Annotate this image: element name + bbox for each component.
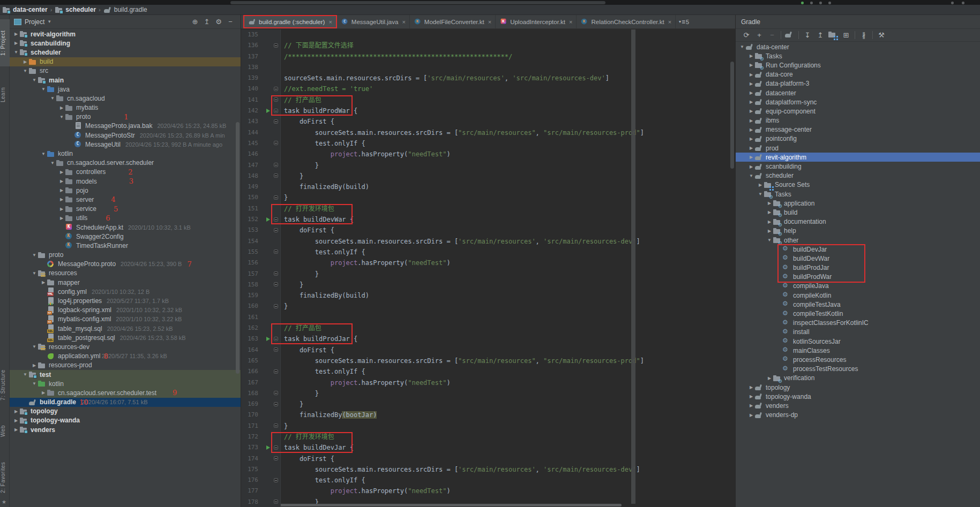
tree-toggle-arrow-icon[interactable]: ▶ <box>58 197 65 202</box>
code-editor[interactable]: 135136// 下面是配置文件选择137/******************… <box>241 29 735 507</box>
project-tree-row[interactable]: ▼main <box>10 75 241 85</box>
tree-toggle-arrow-icon[interactable]: ▼ <box>739 44 745 49</box>
fold-marker-icon[interactable] <box>274 195 278 200</box>
tree-toggle-arrow-icon[interactable]: ▼ <box>31 78 38 82</box>
fold-marker-icon[interactable] <box>274 478 278 482</box>
tree-toggle-arrow-icon[interactable]: ▼ <box>31 271 38 276</box>
tree-toggle-arrow-icon[interactable]: ▶ <box>58 105 65 110</box>
gradle-task-row[interactable]: ▶topology-wanda <box>736 392 980 401</box>
fold-marker-icon[interactable] <box>274 500 278 504</box>
project-tree-row[interactable]: ▶mapper <box>10 278 241 287</box>
tree-toggle-arrow-icon[interactable]: ▶ <box>748 164 754 169</box>
gradle-task-row[interactable]: ▼data-center <box>736 42 980 51</box>
project-tree-row[interactable]: MessageProto.java.bak2020/4/26 15:23, 24… <box>10 122 241 131</box>
project-tree-row[interactable]: ▼kotlin <box>10 379 241 388</box>
run-icon[interactable] <box>801 2 804 4</box>
gradle-task-row[interactable]: compileTestKotlin <box>736 309 980 318</box>
task-matrix-icon[interactable]: ⊞ <box>840 31 852 39</box>
project-tree-row[interactable]: MessageProtoStr2020/4/26 15:23, 26.89 kB… <box>10 131 241 140</box>
project-tree[interactable]: ▶revit-algorithm▶scanbuilding▼scheduler▶… <box>10 29 241 507</box>
gradle-task-row[interactable]: ▼⚙Tasks <box>736 190 980 199</box>
fold-marker-icon[interactable] <box>274 43 278 48</box>
fold-marker-icon[interactable] <box>274 347 278 352</box>
tree-toggle-arrow-icon[interactable]: ▶ <box>40 280 47 285</box>
project-tree-row[interactable]: ▶mybatis <box>10 103 241 112</box>
tree-toggle-arrow-icon[interactable]: ▶ <box>58 207 65 211</box>
tree-toggle-arrow-icon[interactable]: ▶ <box>748 90 754 95</box>
tree-toggle-arrow-icon[interactable]: ▶ <box>58 170 65 175</box>
tree-toggle-arrow-icon[interactable]: ▶ <box>13 41 19 46</box>
gradle-task-row[interactable]: buildDevJar <box>736 245 980 254</box>
run-task-gutter-icon[interactable] <box>266 445 270 450</box>
fold-marker-icon[interactable] <box>274 337 278 341</box>
tree-toggle-arrow-icon[interactable]: ▼ <box>49 161 56 165</box>
project-tree-row[interactable]: ▼kotlin <box>10 149 241 158</box>
project-tree-row[interactable]: ▼resources <box>10 269 241 278</box>
tree-toggle-arrow-icon[interactable]: ▼ <box>58 115 65 119</box>
project-tree-row[interactable]: ▶controllers2 <box>10 168 241 177</box>
fold-marker-icon[interactable] <box>274 282 278 286</box>
tree-toggle-arrow-icon[interactable]: ▼ <box>766 238 773 243</box>
project-tree-row[interactable]: ▶revit-algorithm <box>10 29 241 39</box>
project-tree-row[interactable]: SQLtable_mysql.sql2020/4/26 15:23, 2.52 … <box>10 324 241 333</box>
fold-marker-icon[interactable] <box>274 163 278 167</box>
gradle-task-row[interactable]: ▶revit-algorithm <box>736 153 980 162</box>
fold-marker-icon[interactable] <box>274 119 278 124</box>
gradle-task-row[interactable]: compileJava <box>736 282 980 291</box>
editor-tab[interactable]: build.gradle (:scheduler)× <box>243 15 337 28</box>
gradle-task-row[interactable]: ▶venders <box>736 401 980 410</box>
editor-tab[interactable]: MessageUtil.java× <box>337 15 410 28</box>
toggle-offline-icon[interactable]: ∦ <box>857 31 870 39</box>
tree-toggle-arrow-icon[interactable]: ▶ <box>748 81 754 86</box>
project-tree-row[interactable]: <>mybatis-config.xml2020/1/10 10:32, 3.2… <box>10 315 241 324</box>
tree-toggle-arrow-icon[interactable]: ▼ <box>31 253 38 258</box>
gradle-task-row[interactable]: ▶pointconfig <box>736 134 980 143</box>
tree-toggle-arrow-icon[interactable]: ▶ <box>13 418 19 423</box>
toolbar-icon[interactable] <box>962 2 964 4</box>
gradle-task-row[interactable]: ▶data-core <box>736 70 980 79</box>
fold-marker-icon[interactable] <box>274 304 278 308</box>
tree-toggle-arrow-icon[interactable]: ▶ <box>748 394 754 399</box>
tree-toggle-arrow-icon[interactable]: ▼ <box>748 173 754 178</box>
hidden-tabs-dropdown[interactable]: ▾≡5 <box>679 15 689 28</box>
tree-toggle-arrow-icon[interactable]: ▶ <box>748 385 754 390</box>
locate-icon[interactable]: ⊕ <box>189 18 201 26</box>
editor-horizontal-scrollbar[interactable] <box>273 504 622 506</box>
tree-toggle-arrow-icon[interactable]: ▶ <box>40 390 47 395</box>
gradle-task-row[interactable]: ▶ibms <box>736 116 980 125</box>
editor-tab[interactable]: ModelFileConverter.kt× <box>410 15 496 28</box>
gradle-task-row[interactable]: ▶⚙application <box>736 199 980 208</box>
add-icon[interactable]: + <box>753 31 766 39</box>
fold-marker-icon[interactable] <box>274 228 278 232</box>
fold-marker-icon[interactable] <box>274 402 278 406</box>
run-task-gutter-icon[interactable] <box>266 337 270 341</box>
tree-toggle-arrow-icon[interactable]: ▶ <box>748 54 754 58</box>
tree-toggle-arrow-icon[interactable]: ▶ <box>766 201 773 206</box>
project-tree-row[interactable]: ▼cn.sagacloud.server.scheduler <box>10 158 241 168</box>
expand-all-icon[interactable]: ↧ <box>801 31 814 39</box>
gradle-task-row[interactable]: ▶⚙Run Configurations <box>736 60 980 70</box>
fold-marker-icon[interactable] <box>274 141 278 145</box>
close-tab-icon[interactable]: × <box>488 19 491 25</box>
gradle-task-row[interactable]: ▶datacenter <box>736 88 980 97</box>
tree-toggle-arrow-icon[interactable]: ▼ <box>22 69 28 73</box>
project-tree-row[interactable]: ▶topology <box>10 407 241 416</box>
gradle-task-tree[interactable]: ▼data-center▶⚙Tasks▶⚙Run Configurations▶… <box>736 42 980 507</box>
tool-window-button--favorites[interactable]: 2: Favorites <box>0 450 10 505</box>
project-tree-row[interactable]: ▶service5 <box>10 205 241 214</box>
project-tree-row[interactable]: ▶utils6 <box>10 214 241 223</box>
settings-wrench-icon[interactable]: ⚒ <box>875 31 888 39</box>
gradle-task-row[interactable]: ▶data-platform-3 <box>736 79 980 88</box>
project-tree-row[interactable]: SQLtable_postgresql.sql2020/4/26 15:23, … <box>10 333 241 342</box>
gradle-task-row[interactable]: ▶Source Sets <box>736 180 980 190</box>
group-modules-icon[interactable] <box>827 31 840 40</box>
editor-area[interactable]: build.gradle (:scheduler)×MessageUtil.ja… <box>241 15 735 507</box>
tree-toggle-arrow-icon[interactable]: ▶ <box>748 403 754 408</box>
tree-toggle-arrow-icon[interactable]: ▼ <box>49 96 56 101</box>
fold-marker-icon[interactable] <box>274 249 278 254</box>
project-tree-row[interactable]: ▼resources-dev <box>10 342 241 351</box>
gradle-task-row[interactable]: mainClasses <box>736 346 980 355</box>
gradle-task-row[interactable]: compileTestJava <box>736 300 980 309</box>
toolbar-icon[interactable] <box>951 2 954 4</box>
tree-toggle-arrow-icon[interactable]: ▼ <box>757 192 764 196</box>
